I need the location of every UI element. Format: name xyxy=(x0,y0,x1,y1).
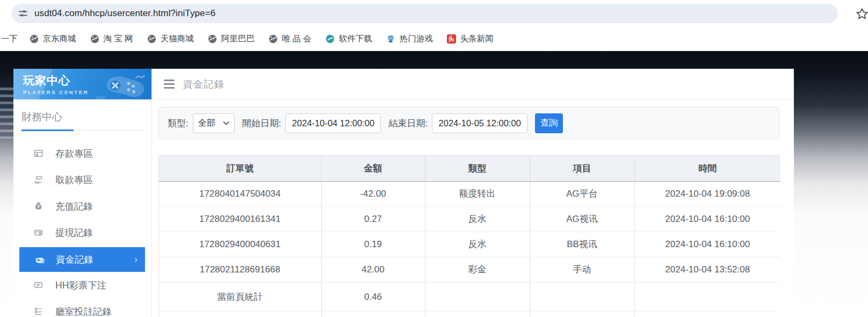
svg-text:¥: ¥ xyxy=(38,205,40,208)
table-cell: 0.19 xyxy=(321,232,425,257)
bookmark-label: 京东商城 xyxy=(43,33,76,45)
globe-icon xyxy=(147,34,156,44)
table-cell: 1728029400161341 xyxy=(159,206,321,232)
url-text: usdt04.com/hhcp/usercenter.html?iniType=… xyxy=(34,8,215,19)
chevron-right-icon: › xyxy=(134,254,138,265)
records-table-wrap: 訂單號金額類型項目時間 1728040147504034-42.00额度转出AG… xyxy=(158,155,780,317)
start-date-input[interactable] xyxy=(285,113,381,133)
chevron-down-icon xyxy=(223,121,229,125)
table-cell: 2024-10-04 16:10:00 xyxy=(634,206,780,232)
globe-icon xyxy=(208,34,217,44)
sidebar-item-hand-money[interactable]: 取款專區 xyxy=(13,167,151,193)
table-cell: 2024-10-04 13:52:08 xyxy=(634,257,780,282)
search-button[interactable]: 查詢 xyxy=(535,113,563,133)
sidebar-item-label: HH彩票下注 xyxy=(55,279,106,292)
records-table: 訂單號金額類型項目時間 1728040147504034-42.00额度转出AG… xyxy=(159,156,780,317)
table-cell: 额度转出 xyxy=(425,181,530,206)
table-cell: 彩金 xyxy=(425,257,530,282)
table-header-row: 訂單號金額類型項目時間 xyxy=(159,156,780,181)
hot-games-icon xyxy=(386,34,395,44)
table-cell: -42.00 xyxy=(321,181,425,206)
table-cell xyxy=(634,282,780,312)
bookmark-item[interactable]: 淘 宝 网 xyxy=(90,33,133,45)
bookmark-label: 阿里巴巴 xyxy=(221,33,255,45)
gamepad-icon xyxy=(92,72,149,99)
table-cell: AG视讯 xyxy=(530,206,634,232)
table-cell: 1728021128691668 xyxy=(159,257,321,282)
main-header: 資金記錄 xyxy=(152,69,794,99)
bookmarks-bar: 度一下京东商城淘 宝 网天猫商城阿里巴巴唯 品 会软件下载热门游戏头头条新闻 xyxy=(0,27,868,51)
table-cell: 反水 xyxy=(425,206,530,232)
table-row: 17280294000406310.19反水BB视讯2024-10-04 16:… xyxy=(159,232,780,257)
table-header-cell: 類型 xyxy=(425,156,530,181)
url-bar[interactable]: usdt04.com/hhcp/usercenter.html?iniType=… xyxy=(12,4,838,23)
sidebar-item-list[interactable]: 廳室投註記錄 xyxy=(13,298,151,317)
table-row: 172802112869166842.00彩金手动2024-10-04 13:5… xyxy=(159,257,780,282)
sidebar-item-money-bag[interactable]: ¥充值記錄 xyxy=(13,193,151,219)
bookmark-item[interactable]: 唯 品 会 xyxy=(269,33,312,45)
hand-money-icon xyxy=(33,175,44,185)
ticket-icon xyxy=(33,280,44,290)
table-cell xyxy=(159,312,321,317)
table-cell: 0.27 xyxy=(321,206,425,232)
browser-toolbar: usdt04.com/hhcp/usercenter.html?iniType=… xyxy=(0,0,868,27)
bookmark-label: 热门游戏 xyxy=(400,33,433,45)
start-date-label: 開始日期: xyxy=(242,117,281,129)
table-cell: 2024-10-04 19:09:08 xyxy=(634,181,780,206)
bookmark-item[interactable]: 天猫商城 xyxy=(147,33,194,45)
table-cell: 當前頁統計 xyxy=(159,282,321,312)
table-cell: 1728040147504034 xyxy=(159,181,321,206)
bookmark-label: 天猫商城 xyxy=(161,33,194,45)
table-cell xyxy=(530,282,634,312)
bookmark-item[interactable]: 头头条新闻 xyxy=(447,33,494,45)
table-header-cell: 金額 xyxy=(321,156,425,181)
end-date-input[interactable] xyxy=(432,113,527,133)
bookmark-item[interactable]: 京东商城 xyxy=(30,33,76,45)
table-row-clipped xyxy=(159,312,780,317)
sidebar-item-label: 取款專區 xyxy=(55,174,93,186)
table-cell: 0.46 xyxy=(321,282,425,312)
sidebar-item-label: 資金記錄 xyxy=(56,253,93,266)
table-cell: 42.00 xyxy=(321,257,425,282)
table-cell xyxy=(425,282,530,312)
bookmark-item[interactable]: 软件下载 xyxy=(326,33,372,45)
bookmark-label: 淘 宝 网 xyxy=(104,33,133,45)
main-content: 資金記錄 類型: 全部 開始日期: 結束日期: 查詢 訂單號金額類型項目時間 1… xyxy=(152,69,794,317)
table-cell: BB视讯 xyxy=(530,232,634,257)
bookmark-item[interactable]: 阿里巴巴 xyxy=(208,33,255,45)
sidebar-item-ticket[interactable]: HH彩票下注 xyxy=(13,272,151,298)
end-date-label: 結束日期: xyxy=(388,117,428,129)
players-center-subtitle: PLAYERS CENTER xyxy=(23,89,89,95)
sidebar-item-label: 充值記錄 xyxy=(55,200,93,213)
sidebar: 玩家中心 PLAYERS CENTER 財務中心 存款專區取款專區¥充值記錄提現… xyxy=(13,69,152,317)
background-streaks xyxy=(0,88,14,139)
money-bag-icon: ¥ xyxy=(33,201,44,211)
bookmark-star-icon[interactable] xyxy=(855,7,868,21)
sidebar-item-label: 提現記錄 xyxy=(55,226,93,239)
table-row: 1728040147504034-42.00额度转出AG平台2024-10-04… xyxy=(159,181,780,206)
sidebar-item-deposit-card[interactable]: 存款專區 xyxy=(13,140,151,167)
bookmark-item[interactable]: 度一下 xyxy=(0,33,18,45)
table-cell xyxy=(530,312,634,317)
table-cell: AG平台 xyxy=(530,181,634,206)
summary-row: 當前頁統計0.46 xyxy=(159,282,780,312)
type-filter-select[interactable]: 全部 xyxy=(193,113,235,133)
sidebar-item-label: 存款專區 xyxy=(55,147,93,160)
table-cell xyxy=(321,312,425,317)
section-divider xyxy=(21,130,143,131)
bookmark-item[interactable]: 热门游戏 xyxy=(386,33,433,45)
sidebar-item-wallet-coin[interactable]: 提現記錄 xyxy=(13,219,151,246)
software-download-icon xyxy=(326,34,335,44)
players-center-title: 玩家中心 xyxy=(23,73,89,88)
globe-icon xyxy=(269,34,278,44)
banknotes-icon xyxy=(35,255,45,265)
table-header-cell: 訂單號 xyxy=(159,156,321,181)
finance-section-header: 財務中心 xyxy=(13,99,151,131)
sidebar-item-banknotes[interactable]: 資金記錄› xyxy=(19,247,145,272)
table-cell: 手动 xyxy=(530,257,634,282)
menu-toggle-icon[interactable] xyxy=(164,80,175,89)
site-settings-icon[interactable] xyxy=(17,8,29,19)
page-title: 資金記錄 xyxy=(183,77,225,91)
table-cell xyxy=(425,312,530,317)
sidebar-item-label: 廳室投註記錄 xyxy=(55,305,112,317)
